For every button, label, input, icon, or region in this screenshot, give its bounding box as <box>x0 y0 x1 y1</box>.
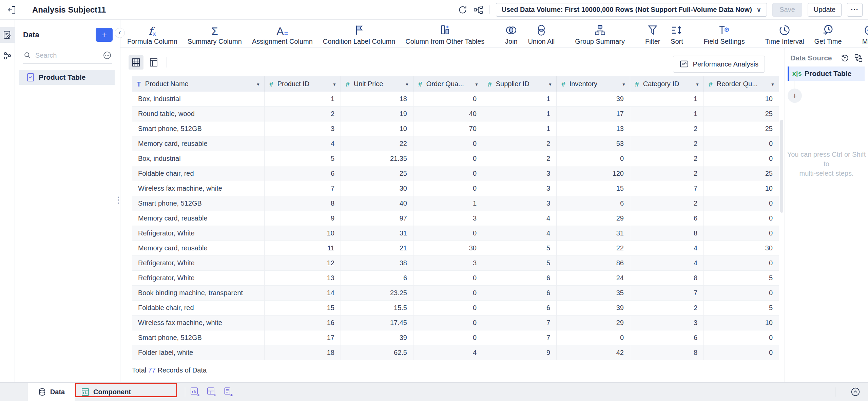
toolbar-filter[interactable]: Filter <box>645 23 660 45</box>
toolbar-more[interactable]: More <box>862 23 868 45</box>
table-cell: 14 <box>265 286 341 301</box>
switch-source-button[interactable] <box>840 53 850 63</box>
table-cell: Refrigerator, White <box>132 256 265 271</box>
source-step-label: Product Table <box>805 70 851 78</box>
search-input[interactable] <box>35 52 93 59</box>
table-cell: 13 <box>265 271 341 286</box>
column-header[interactable]: #Product ID <box>265 76 341 92</box>
swap-layout-button[interactable] <box>854 53 863 63</box>
form-view-icon <box>149 57 159 68</box>
column-header[interactable]: #Reorder Qu... <box>704 76 779 92</box>
step-connector-line <box>794 81 794 89</box>
chevron-up-circle-icon <box>850 387 861 397</box>
toolbar-formula-column[interactable]: fx Formula Column <box>127 23 177 45</box>
toolbar-union-all[interactable]: Union All <box>528 23 555 45</box>
table-cell: 9 <box>265 211 341 226</box>
performance-chart-icon <box>679 59 689 69</box>
toolbar-assignment-column[interactable]: A= Assignment Column <box>252 23 313 45</box>
more-menu-button[interactable]: ··· <box>847 3 863 17</box>
column-label: Supplier ID <box>496 80 529 88</box>
table-cell: 39 <box>557 92 630 107</box>
add-step-button[interactable] <box>788 89 802 103</box>
column-header[interactable]: #Unit Price <box>341 76 413 92</box>
toolbar-join[interactable]: Join <box>505 23 518 45</box>
save-button[interactable]: Save <box>772 3 802 17</box>
table-cell: 31 <box>557 226 630 241</box>
table-cell: 15 <box>265 301 341 316</box>
exit-button[interactable] <box>5 2 20 17</box>
sidebar-collapse-button[interactable] <box>115 28 125 38</box>
table-cell: 22 <box>341 136 413 151</box>
grid-view-button[interactable] <box>129 55 143 70</box>
table-cell: 0 <box>413 330 483 345</box>
table-cell: 21 <box>341 241 413 256</box>
table-cell: 0 <box>413 166 483 181</box>
table-cell: 16 <box>265 316 341 330</box>
table-cell: 30 <box>413 241 483 256</box>
source-step-product-table[interactable]: x|s Product Table <box>788 66 865 81</box>
steps-flow-icon <box>2 51 13 61</box>
table-cell: 7 <box>483 316 557 330</box>
column-dropdown-icon[interactable] <box>548 81 552 87</box>
table-cell: 1 <box>483 107 557 121</box>
tab-component[interactable]: Component <box>75 383 177 401</box>
table-cell: 29 <box>557 211 630 226</box>
toolbar-group-summary[interactable]: Group Summary <box>575 23 625 45</box>
toolbar-time-interval[interactable]: Time Interval <box>765 23 804 45</box>
table-cell: 6 <box>265 166 341 181</box>
table-cell: 0 <box>704 286 779 301</box>
data-volume-select[interactable]: Used Data Volume: First 10000,000 Rows (… <box>496 3 767 17</box>
column-dropdown-icon[interactable] <box>332 81 336 87</box>
collapse-panel-button[interactable] <box>850 387 861 397</box>
table-cell: 3 <box>413 211 483 226</box>
sort-arrows-icon <box>670 23 683 37</box>
rail-steps-button[interactable] <box>0 48 15 64</box>
column-header[interactable]: #Order Qua... <box>413 76 483 92</box>
refresh-button[interactable] <box>458 5 468 15</box>
toolbar-column-from-other-tables[interactable]: Column from Other Tables <box>405 23 484 45</box>
column-dropdown-icon[interactable] <box>695 81 699 87</box>
column-dropdown-icon[interactable] <box>771 81 775 87</box>
table-cell: 2 <box>483 151 557 166</box>
edit-toolbar: fx Formula Column Σ Summary Column A= As… <box>120 20 868 47</box>
column-dropdown-icon[interactable] <box>475 81 479 87</box>
table-cell: 4 <box>483 211 557 226</box>
table-cell: 5 <box>265 151 341 166</box>
table-cell: 0 <box>413 92 483 107</box>
add-dashboard-component-button[interactable] <box>207 387 217 397</box>
toolbar-sort[interactable]: Sort <box>670 23 683 45</box>
column-dropdown-icon[interactable] <box>256 81 260 87</box>
table-cell: 29 <box>557 316 630 330</box>
column-dropdown-icon[interactable] <box>405 81 409 87</box>
vertical-scrollbar[interactable] <box>780 120 783 213</box>
add-data-button[interactable] <box>96 28 113 42</box>
search-options-button[interactable] <box>102 51 112 60</box>
rail-analysis-button[interactable] <box>0 27 15 43</box>
toolbar-summary-column[interactable]: Σ Summary Column <box>188 23 242 45</box>
table-cell: Memory card, reusable <box>132 241 265 256</box>
performance-analysis-button[interactable]: Performance Analysis <box>673 56 765 73</box>
form-view-button[interactable] <box>146 55 161 70</box>
table-cell: 7 <box>630 181 704 196</box>
sidebar-item-product-table[interactable]: Product Table <box>19 70 115 85</box>
panel-resize-handle[interactable] <box>114 195 123 204</box>
column-dropdown-icon[interactable] <box>622 81 626 87</box>
table-row: Smart phone, 512GB84013620 <box>132 196 779 211</box>
table-row: Box, industrial521.3502020 <box>132 151 779 166</box>
column-header[interactable]: #Category ID <box>630 76 704 92</box>
column-label: Product Name <box>145 80 189 88</box>
table-cell: 35 <box>557 286 630 301</box>
toolbar-condition-label-column[interactable]: Condition Label Column <box>323 23 395 45</box>
toolbar-get-time[interactable]: Get Time <box>814 23 842 45</box>
column-header[interactable]: #Supplier ID <box>483 76 557 92</box>
toolbar-field-settings[interactable]: Field Settings <box>703 23 745 45</box>
tab-data[interactable]: Data <box>28 383 75 401</box>
lineage-button[interactable] <box>473 5 483 15</box>
column-header[interactable]: TProduct Name <box>132 76 265 92</box>
add-report-component-button[interactable] <box>223 387 233 397</box>
column-header[interactable]: #Inventory <box>557 76 630 92</box>
table-cell: 4 <box>413 345 483 360</box>
update-button[interactable]: Update <box>808 3 842 17</box>
add-chart-component-button[interactable] <box>190 387 200 397</box>
column-label: Unit Price <box>354 80 383 88</box>
